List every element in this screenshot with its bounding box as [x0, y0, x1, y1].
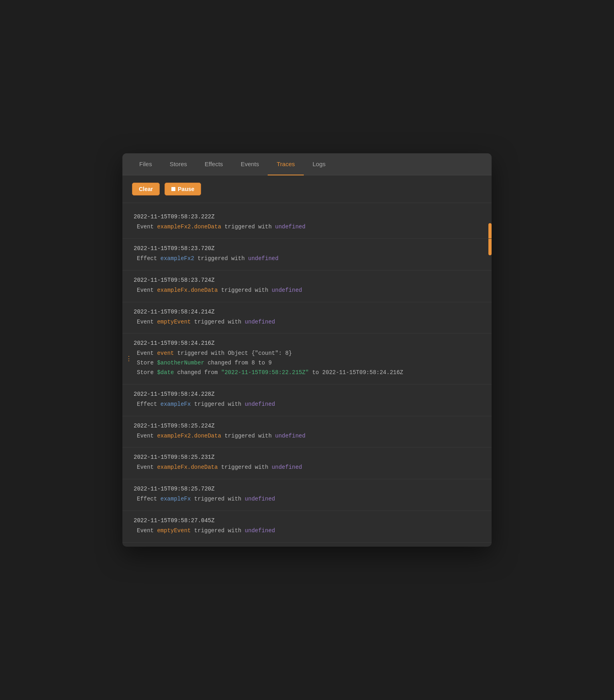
event-name: exampleFx.doneData — [157, 464, 218, 470]
effect-name: exampleFx — [161, 401, 191, 407]
value: undefined — [245, 319, 275, 325]
value: undefined — [245, 496, 275, 502]
trace-line: Effect exampleFx triggered with undefine… — [134, 400, 480, 409]
trace-line: Event event triggered with Object {"coun… — [134, 349, 480, 358]
pause-label: Pause — [178, 186, 194, 192]
trace-line: Event exampleFx.doneData triggered with … — [134, 463, 480, 472]
effect-name: exampleFx — [161, 496, 191, 502]
trace-line: Effect exampleFx2 triggered with undefin… — [134, 254, 480, 264]
toolbar: Clear Pause — [122, 175, 492, 203]
timestamp: 2022-11-15T09:58:25.231Z — [134, 454, 480, 460]
tab-files[interactable]: Files — [130, 153, 161, 175]
pause-icon — [171, 187, 175, 191]
value: undefined — [248, 255, 279, 262]
value: undefined — [272, 287, 302, 293]
event-name: exampleFx2.doneData — [157, 224, 221, 230]
from-date: "2022-11-15T09:58:22.215Z" — [221, 369, 309, 376]
timestamp: 2022-11-15T09:58:24.214Z — [134, 309, 480, 315]
store-name: $date — [157, 369, 174, 376]
timestamp: 2022-11-15T09:58:23.724Z — [134, 277, 480, 283]
timestamp: 2022-11-15T09:58:27.045Z — [134, 517, 480, 524]
value: undefined — [275, 224, 305, 230]
timestamp: 2022-11-15T09:58:24.228Z — [134, 391, 480, 397]
timestamp: 2022-11-15T09:58:25.224Z — [134, 423, 480, 429]
expand-dots[interactable]: ⋮ — [126, 356, 132, 362]
traces-content: 2022-11-15T09:58:23.222Z Event exampleFx… — [122, 203, 492, 547]
trace-line: Event emptyEvent triggered with undefine… — [134, 317, 480, 327]
trace-line: Event exampleFx2.doneData triggered with… — [134, 431, 480, 441]
trace-group: 2022-11-15T09:58:23.720Z Effect exampleF… — [122, 239, 492, 271]
event-name: event — [157, 350, 174, 356]
trace-line: Store $anotherNumber changed from 8 to 9 — [134, 358, 480, 368]
trace-group: 2022-11-15T09:58:25.231Z Event exampleFx… — [122, 448, 492, 479]
clear-button[interactable]: Clear — [132, 183, 160, 195]
event-name: emptyEvent — [157, 319, 191, 325]
value: undefined — [275, 433, 305, 439]
effect-name: exampleFx2 — [161, 255, 194, 262]
tab-bar: Files Stores Effects Events Traces Logs — [122, 153, 492, 175]
trace-line: Event emptyEvent triggered with undefine… — [134, 526, 480, 536]
event-name: exampleFx2.doneData — [157, 433, 221, 439]
trace-line: Store $date changed from "2022-11-15T09:… — [134, 368, 480, 378]
timestamp: 2022-11-15T09:58:23.720Z — [134, 245, 480, 252]
from-value: 8 — [252, 360, 255, 366]
trace-group: 2022-11-15T09:58:27.045Z Event emptyEven… — [122, 511, 492, 543]
tab-effects[interactable]: Effects — [196, 153, 232, 175]
trace-group: 2022-11-15T09:58:25.224Z Event exampleFx… — [122, 416, 492, 448]
tab-logs[interactable]: Logs — [304, 153, 335, 175]
trace-group: 2022-11-15T09:58:23.222Z Event exampleFx… — [122, 207, 492, 239]
tab-traces[interactable]: Traces — [268, 153, 303, 175]
trace-line: Event exampleFx.doneData triggered with … — [134, 286, 480, 295]
trace-group: 2022-11-15T09:58:24.228Z Effect exampleF… — [122, 385, 492, 416]
value: undefined — [245, 527, 275, 534]
tab-events[interactable]: Events — [232, 153, 268, 175]
trace-group-expanded: ⋮ 2022-11-15T09:58:24.216Z Event event t… — [122, 334, 492, 384]
timestamp: 2022-11-15T09:58:25.720Z — [134, 486, 480, 492]
tab-stores[interactable]: Stores — [161, 153, 196, 175]
to-date: 2022-11-15T09:58:24.216Z — [322, 369, 403, 376]
to-value: 9 — [268, 360, 272, 366]
trace-group: 2022-11-15T09:58:24.214Z Event emptyEven… — [122, 302, 492, 334]
event-name: exampleFx.doneData — [157, 287, 218, 293]
trace-group: 2022-11-15T09:58:23.724Z Event exampleFx… — [122, 271, 492, 302]
event-name: emptyEvent — [157, 527, 191, 534]
timestamp: 2022-11-15T09:58:24.216Z — [134, 340, 480, 346]
trace-line: Event exampleFx2.doneData triggered with… — [134, 222, 480, 232]
devtools-window: Files Stores Effects Events Traces Logs … — [122, 153, 492, 547]
trace-line: Effect exampleFx triggered with undefine… — [134, 494, 480, 504]
pause-button[interactable]: Pause — [165, 183, 201, 195]
value: undefined — [245, 401, 275, 407]
timestamp: 2022-11-15T09:58:23.222Z — [134, 214, 480, 220]
trace-group: 2022-11-15T09:58:25.720Z Effect exampleF… — [122, 479, 492, 511]
store-name: $anotherNumber — [157, 360, 204, 366]
object-value: {"count": 8} — [252, 350, 292, 356]
value: undefined — [272, 464, 302, 470]
